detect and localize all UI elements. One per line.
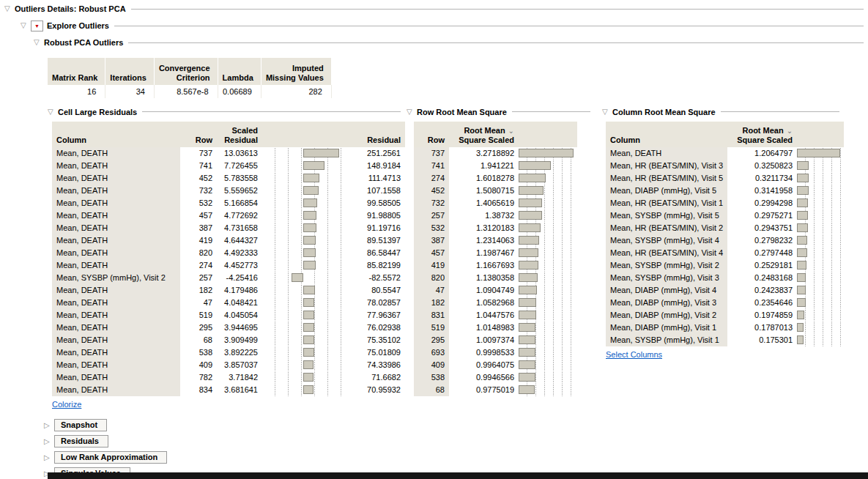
table-row[interactable]: Mean, DEATH7325.559652107.1558 xyxy=(52,185,405,197)
red-triangle-menu-button[interactable]: ▼ xyxy=(31,21,43,31)
column-menu-icon[interactable]: ⌄ xyxy=(787,127,793,135)
disclosure-triangle-icon[interactable]: ▷ xyxy=(44,437,54,447)
table-row[interactable]: Mean, SYSBP (mmHg), Visit 30.2483168 xyxy=(606,272,844,284)
table-row[interactable]: Mean, DEATH8343.68164170.95932 xyxy=(52,384,405,396)
table-row[interactable]: Mean, DIABP (mmHg), Visit 20.1974859 xyxy=(606,309,844,322)
column-menu-icon[interactable]: ⌄ xyxy=(508,127,514,135)
table-row[interactable]: Mean, SYSBP (mmHg), Visit 2257-4.25416-8… xyxy=(52,272,405,284)
table-row[interactable]: Mean, DEATH4093.85703774.33986 xyxy=(52,359,405,371)
value-bar xyxy=(303,286,315,294)
table-row[interactable]: Mean, SYSBP (mmHg), Visit 50.2975271 xyxy=(606,209,844,222)
table-row[interactable]: Mean, DEATH474.04842178.02857 xyxy=(52,297,405,309)
table-row[interactable]: Mean, DIABP (mmHg), Visit 40.2423837 xyxy=(606,284,844,297)
column-name-cell: Mean, DEATH xyxy=(52,234,180,247)
collapsed-outline-low-rank-approximation[interactable]: Low Rank Approximation xyxy=(54,451,167,464)
table-row[interactable]: 4191.1667693 xyxy=(414,259,577,272)
rms-scaled-cell: 1.3120183 xyxy=(449,222,519,234)
table-row[interactable]: 680.9775019 xyxy=(414,384,577,396)
table-row[interactable]: 3871.2314063 xyxy=(414,234,577,247)
row-number-cell: 387 xyxy=(180,222,217,234)
table-row[interactable]: Mean, DEATH5194.04505477.96367 xyxy=(52,309,405,322)
table-row[interactable]: Mean, DEATH2744.45277385.82199 xyxy=(52,259,405,272)
disclosure-triangle-icon[interactable]: ▽ xyxy=(48,107,58,117)
table-row[interactable]: 2951.0097374 xyxy=(414,334,577,346)
column-header xyxy=(797,122,844,147)
table-row[interactable]: 7321.4065619 xyxy=(414,197,577,209)
rms-scaled-cell: 1.0148983 xyxy=(449,322,519,334)
bar-chart-plot xyxy=(262,322,344,334)
bar-chart-plot xyxy=(262,185,344,197)
table-row[interactable]: Mean, DEATH3874.73165891.19716 xyxy=(52,222,405,234)
disclosure-triangle-icon[interactable]: ▽ xyxy=(34,37,44,48)
disclosure-triangle-icon[interactable]: ▽ xyxy=(4,4,15,14)
disclosure-triangle-icon[interactable]: ▷ xyxy=(44,453,54,463)
column-name-cell: Mean, SYSBP (mmHg), Visit 3 xyxy=(606,272,727,284)
bar-chart-plot xyxy=(797,322,844,334)
table-row[interactable]: Mean, DEATH2953.94469576.02938 xyxy=(52,322,405,334)
residual-cell: 89.51397 xyxy=(344,234,405,247)
colorize-link[interactable]: Colorize xyxy=(52,400,81,409)
table-row[interactable]: Mean, HR (BEATS/MIN), Visit 30.3250823 xyxy=(606,160,844,172)
table-row[interactable]: 2571.38732 xyxy=(414,209,577,222)
table-row[interactable]: 8201.1380358 xyxy=(414,272,577,284)
residual-cell: 111.4713 xyxy=(344,172,405,185)
table-row[interactable]: Mean, HR (BEATS/MIN), Visit 40.2797448 xyxy=(606,247,844,259)
disclosure-triangle-icon[interactable]: ▽ xyxy=(21,21,31,31)
bar-chart-plot xyxy=(262,272,344,284)
table-row[interactable]: Mean, SYSBP (mmHg), Visit 10.175301 xyxy=(606,334,844,346)
column-name-cell: Mean, DIABP (mmHg), Visit 5 xyxy=(606,185,727,197)
table-row[interactable]: Mean, DEATH4194.64432789.51397 xyxy=(52,234,405,247)
residual-cell: 107.1558 xyxy=(344,185,405,197)
table-row[interactable]: Mean, DEATH7823.7184271.6682 xyxy=(52,371,405,384)
table-row[interactable]: 4521.5080715 xyxy=(414,185,577,197)
table-row[interactable]: 1821.0582968 xyxy=(414,297,577,309)
table-row[interactable]: Mean, DEATH4574.77269291.98805 xyxy=(52,209,405,222)
row-number-cell: 257 xyxy=(414,209,449,222)
table-row[interactable]: 2741.6018278 xyxy=(414,172,577,185)
panel-cell-large-residuals: ▽ Cell Large Residuals ColumnRowScaledRe… xyxy=(48,106,405,409)
bar-chart-cell xyxy=(262,247,344,259)
table-row[interactable]: Mean, DEATH1.2064797 xyxy=(606,147,844,160)
table-row[interactable]: Mean, HR (BEATS/MIN), Visit 50.3211734 xyxy=(606,172,844,185)
table-row[interactable]: Mean, SYSBP (mmHg), Visit 40.2798232 xyxy=(606,234,844,247)
table-row[interactable]: 4090.9964075 xyxy=(414,359,577,371)
jmp-report-window: ▽ Outliers Details: Robust PCA ▽ ▼ Explo… xyxy=(0,0,868,479)
table-row[interactable]: 5321.3120183 xyxy=(414,222,577,234)
select-columns-link[interactable]: Select Columns xyxy=(606,350,662,359)
table-row[interactable]: Mean, DEATH5383.89222575.01809 xyxy=(52,346,405,359)
table-row[interactable]: Mean, DIABP (mmHg), Visit 10.1787013 xyxy=(606,322,844,334)
table-row[interactable]: Mean, DIABP (mmHg), Visit 50.3141958 xyxy=(606,185,844,197)
table-row[interactable]: Mean, DEATH683.90949975.35102 xyxy=(52,334,405,346)
table-row[interactable]: Mean, SYSBP (mmHg), Visit 20.2529181 xyxy=(606,259,844,272)
table-row[interactable]: Mean, DEATH73713.03613251.2561 xyxy=(52,147,405,160)
table-row[interactable]: Mean, HR (BEATS/MIN), Visit 10.2994298 xyxy=(606,197,844,209)
table-row[interactable]: Mean, DEATH1824.17948680.5547 xyxy=(52,284,405,297)
table-row[interactable]: Mean, DEATH4525.783558111.4713 xyxy=(52,172,405,185)
table-row[interactable]: 471.0904749 xyxy=(414,284,577,297)
table-row[interactable]: Mean, HR (BEATS/MIN), Visit 20.2943751 xyxy=(606,222,844,234)
table-row[interactable]: Mean, DEATH7417.726455148.9184 xyxy=(52,160,405,172)
table-row[interactable]: 6930.9998533 xyxy=(414,346,577,359)
row-number-cell: 732 xyxy=(180,185,217,197)
table-row[interactable]: Mean, DIABP (mmHg), Visit 30.2354646 xyxy=(606,297,844,309)
table-row[interactable]: Mean, DEATH8204.49233386.58447 xyxy=(52,247,405,259)
table-row[interactable]: 7411.941221 xyxy=(414,160,577,172)
table-row[interactable]: 7373.2718892 xyxy=(414,147,577,160)
disclosure-triangle-icon[interactable]: ▽ xyxy=(602,107,612,117)
scaled-residual-cell: 3.857037 xyxy=(217,359,262,371)
disclosure-triangle-icon[interactable]: ▽ xyxy=(407,107,417,117)
row-number-cell: 182 xyxy=(414,297,449,309)
table-row[interactable]: 5380.9946566 xyxy=(414,371,577,384)
value-bar xyxy=(519,360,535,369)
table-row[interactable]: Mean, DEATH5325.16685499.58505 xyxy=(52,197,405,209)
disclosure-triangle-icon[interactable]: ▷ xyxy=(44,420,54,431)
table-row[interactable]: 8311.0447576 xyxy=(414,309,577,322)
bar-chart-plot xyxy=(797,297,844,309)
collapsed-outline-snapshot[interactable]: Snapshot xyxy=(54,419,107,431)
table-row[interactable]: 4571.1987467 xyxy=(414,247,577,259)
collapsed-outline-residuals[interactable]: Residuals xyxy=(54,435,108,448)
table-row[interactable]: 5191.0148983 xyxy=(414,322,577,334)
rms-scaled-cell: 0.9775019 xyxy=(449,384,519,396)
scaled-residual-cell: 3.944695 xyxy=(217,322,262,334)
column-header xyxy=(262,122,344,147)
